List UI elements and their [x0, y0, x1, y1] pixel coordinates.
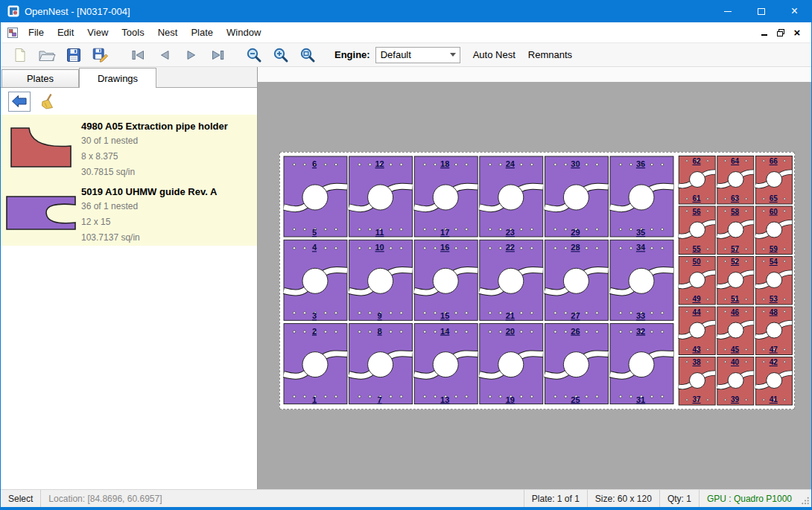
- part-number: 28: [571, 243, 580, 252]
- engine-select[interactable]: Default: [375, 47, 460, 63]
- mdi-window-controls: ×: [756, 25, 811, 40]
- part-number: 48: [770, 308, 778, 316]
- nest-cell-red[interactable]: 5655: [679, 206, 715, 255]
- clear-parts-button[interactable]: [37, 92, 60, 112]
- nest-cell-purple[interactable]: 1413: [414, 324, 478, 404]
- blue-back-arrow-icon: [11, 95, 28, 108]
- return-parts-button[interactable]: [8, 92, 31, 112]
- zoom-out-icon: [246, 47, 262, 63]
- nest-cell-purple[interactable]: 3231: [610, 324, 673, 404]
- menu-nest[interactable]: Nest: [151, 23, 185, 42]
- window-maximize-button[interactable]: [744, 0, 778, 22]
- new-button[interactable]: [7, 44, 34, 66]
- zoom-out-button[interactable]: [241, 44, 267, 66]
- app-icon: [7, 5, 19, 17]
- part-number: 30: [571, 159, 580, 168]
- nest-plate-svg[interactable]: 6512111817242330293635431091615222128273…: [280, 153, 794, 409]
- previous-plate-icon: [156, 48, 173, 62]
- menu-plate[interactable]: Plate: [184, 23, 220, 42]
- chevron-down-icon: [450, 53, 456, 57]
- part-number: 35: [636, 228, 645, 237]
- nest-cell-purple[interactable]: 21: [284, 324, 347, 404]
- part-number: 58: [731, 208, 740, 216]
- menu-view[interactable]: View: [80, 23, 115, 42]
- part-number: 24: [506, 159, 516, 168]
- nest-cell-red[interactable]: 4443: [679, 307, 715, 355]
- menu-file[interactable]: File: [22, 23, 51, 42]
- save-as-button[interactable]: [87, 44, 114, 66]
- nest-cell-red[interactable]: 4645: [717, 307, 754, 355]
- save-icon: [66, 48, 81, 63]
- mdi-close-button[interactable]: ×: [789, 25, 805, 40]
- nav-next-button[interactable]: [178, 44, 205, 66]
- maximize-icon: [758, 8, 765, 15]
- nest-cell-purple[interactable]: 2625: [545, 324, 608, 404]
- nest-plate[interactable]: 6512111817242330293635431091615222128273…: [279, 152, 795, 409]
- nest-cell-red[interactable]: 5251: [717, 257, 754, 305]
- nest-cell-purple[interactable]: 65: [284, 156, 347, 237]
- zoom-fit-button[interactable]: [294, 44, 321, 66]
- nest-cell-purple[interactable]: 3635: [610, 156, 673, 237]
- nest-cell-purple[interactable]: 1615: [414, 240, 478, 320]
- canvas-top-strip: [258, 67, 811, 82]
- nest-cell-red[interactable]: 5049: [679, 257, 715, 305]
- part-number: 39: [731, 395, 740, 404]
- part-number: 38: [692, 358, 701, 366]
- left-panel: Plates Drawings 4980 A05 Extraction pip: [1, 67, 258, 489]
- nest-cell-red[interactable]: 4847: [755, 307, 792, 355]
- menu-window[interactable]: Window: [220, 23, 267, 42]
- nest-cell-purple[interactable]: 3029: [545, 156, 608, 237]
- nest-cell-red[interactable]: 5453: [755, 257, 792, 305]
- nest-cell-purple[interactable]: 3433: [610, 240, 673, 320]
- tab-drawings[interactable]: Drawings: [79, 68, 156, 88]
- zoom-in-button[interactable]: [267, 44, 294, 66]
- remnants-button[interactable]: Remnants: [528, 49, 572, 60]
- part-number: 29: [571, 228, 580, 237]
- drawing-thumb-2: [1, 180, 81, 246]
- red-part-shape: [11, 128, 71, 167]
- nest-cell-purple[interactable]: 2019: [480, 324, 543, 404]
- nav-first-button[interactable]: [124, 44, 151, 66]
- drawing-title: 4980 A05 Extraction pipe holder: [81, 121, 257, 132]
- auto-nest-button[interactable]: Auto Nest: [473, 49, 516, 60]
- resize-grip[interactable]: [799, 490, 811, 507]
- nest-cell-purple[interactable]: 109: [349, 240, 413, 320]
- plate-nav-group: [124, 44, 232, 66]
- nest-cell-red[interactable]: 4039: [717, 357, 754, 406]
- nest-cell-red[interactable]: 5857: [717, 206, 754, 255]
- first-plate-icon: [130, 48, 146, 62]
- nest-canvas[interactable]: 6512111817242330293635431091615222128273…: [258, 67, 811, 489]
- nest-cell-purple[interactable]: 2221: [480, 240, 543, 320]
- part-number: 51: [731, 295, 740, 303]
- mdi-minimize-button[interactable]: [756, 25, 773, 40]
- nest-cell-purple[interactable]: 87: [349, 324, 413, 404]
- nest-cell-purple[interactable]: 1817: [414, 156, 478, 237]
- mdi-minimize-icon: [761, 34, 767, 36]
- save-button[interactable]: [60, 44, 87, 66]
- tab-plates[interactable]: Plates: [1, 69, 79, 87]
- nest-cell-purple[interactable]: 2423: [480, 156, 543, 237]
- menu-tools[interactable]: Tools: [115, 23, 150, 42]
- nest-cell-red[interactable]: 4241: [755, 357, 792, 406]
- nest-cell-red[interactable]: 6059: [755, 206, 792, 255]
- drawing-item-1[interactable]: 4980 A05 Extraction pipe holder 30 of 1 …: [1, 115, 257, 180]
- window-close-button[interactable]: ×: [778, 0, 811, 22]
- mdi-restore-button[interactable]: [773, 25, 789, 40]
- nest-cell-purple[interactable]: 2827: [545, 240, 608, 320]
- part-number: 27: [571, 311, 580, 320]
- nav-last-button[interactable]: [205, 44, 232, 66]
- nest-cell-purple[interactable]: 1211: [349, 156, 413, 237]
- nav-prev-button[interactable]: [151, 44, 178, 66]
- nest-cell-red[interactable]: 3837: [679, 357, 715, 406]
- nest-cell-red[interactable]: 6261: [679, 156, 715, 205]
- file-button-group: [7, 44, 114, 66]
- nest-cell-red[interactable]: 6665: [755, 156, 792, 205]
- open-button[interactable]: [34, 44, 60, 66]
- menu-edit[interactable]: Edit: [51, 23, 80, 42]
- drawing-item-2[interactable]: 5019 A10 UHMW guide Rev. A 36 of 1 neste…: [1, 180, 257, 246]
- content-area: Plates Drawings 4980 A05 Extraction pip: [1, 67, 811, 489]
- zoom-in-icon: [273, 47, 289, 63]
- nest-cell-purple[interactable]: 43: [284, 240, 347, 320]
- nest-cell-red[interactable]: 6463: [717, 156, 754, 205]
- window-minimize-button[interactable]: [711, 0, 744, 22]
